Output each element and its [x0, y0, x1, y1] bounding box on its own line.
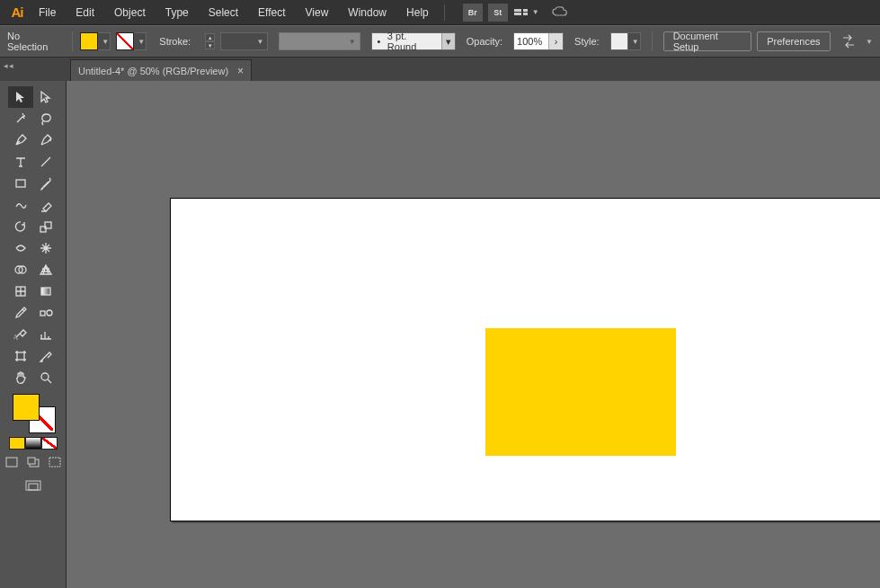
close-tab-icon[interactable]: ×	[237, 65, 244, 77]
free-transform-tool[interactable]	[33, 237, 58, 259]
stroke-weight-stepper[interactable]: ▲▼	[205, 33, 215, 49]
recolor-artwork-icon[interactable]	[840, 31, 858, 51]
svg-point-11	[41, 373, 49, 380]
menu-edit[interactable]: Edit	[66, 0, 104, 25]
color-mode-gradient[interactable]	[25, 437, 41, 450]
eraser-tool[interactable]	[33, 194, 58, 216]
rectangle-shape[interactable]	[485, 328, 676, 456]
document-tab-strip: ◂◂ Untitled-4* @ 50% (RGB/Preview) ×	[0, 58, 880, 81]
perspective-grid-tool[interactable]	[33, 259, 58, 281]
hand-tool[interactable]	[8, 367, 33, 388]
stroke-swatch[interactable]: ▼	[116, 32, 147, 50]
blend-tool[interactable]	[33, 302, 58, 324]
rectangle-tool[interactable]	[8, 173, 33, 194]
preferences-button[interactable]: Preferences	[757, 31, 830, 51]
menu-window[interactable]: Window	[338, 0, 396, 25]
svg-point-9	[47, 310, 52, 316]
artboard[interactable]	[170, 198, 880, 521]
svg-rect-10	[17, 352, 24, 360]
slice-tool[interactable]	[33, 345, 58, 367]
shape-builder-tool[interactable]	[8, 259, 33, 281]
column-graph-tool[interactable]	[33, 324, 58, 345]
menu-effect[interactable]: Effect	[248, 0, 295, 25]
fill-color-swatch[interactable]	[13, 394, 40, 421]
gpu-performance-icon[interactable]	[550, 4, 570, 22]
lasso-tool[interactable]	[33, 108, 58, 129]
color-mode-solid[interactable]	[9, 437, 25, 450]
mesh-tool[interactable]	[8, 281, 33, 302]
app-logo: Ai	[5, 1, 29, 24]
stock-button[interactable]: St	[488, 4, 508, 22]
style-label: Style:	[574, 36, 600, 47]
brush-definition-dropdown[interactable]: • 3 pt. Round ▾	[371, 32, 456, 50]
fill-swatch[interactable]: ▼	[80, 32, 111, 50]
opacity-field[interactable]: ›	[513, 32, 564, 50]
eyedropper-tool[interactable]	[8, 302, 33, 324]
menu-view[interactable]: View	[296, 0, 339, 25]
svg-rect-8	[40, 311, 45, 316]
line-segment-tool[interactable]	[33, 151, 58, 173]
paintbrush-tool[interactable]	[33, 173, 58, 194]
selection-tool[interactable]	[8, 86, 33, 108]
svg-rect-14	[28, 458, 35, 464]
chevron-down-icon[interactable]: ▾	[441, 33, 455, 49]
scale-tool[interactable]	[33, 216, 58, 237]
control-bar: No Selection ▼ ▼ Stroke: ▲▼ ▼ ▼ • 3 pt. …	[0, 25, 880, 58]
type-tool[interactable]	[8, 151, 33, 173]
brush-dot-icon: •	[372, 36, 386, 47]
svg-rect-17	[29, 484, 38, 490]
direct-selection-tool[interactable]	[33, 86, 58, 108]
divider	[444, 4, 455, 21]
svg-rect-7	[41, 288, 50, 295]
menu-help[interactable]: Help	[396, 0, 439, 25]
toolbox	[0, 81, 67, 588]
chevron-down-icon[interactable]: ▼	[866, 38, 873, 46]
gradient-tool[interactable]	[33, 281, 58, 302]
svg-point-3	[44, 247, 47, 250]
shaper-tool[interactable]	[8, 194, 33, 216]
canvas-area[interactable]	[67, 81, 880, 588]
screen-mode-button[interactable]	[23, 478, 43, 494]
chevron-down-icon[interactable]: ▼	[628, 32, 641, 50]
draw-normal-icon[interactable]	[4, 455, 20, 469]
draw-inside-icon[interactable]	[47, 455, 63, 469]
document-setup-button[interactable]: Document Setup	[663, 31, 752, 51]
menu-type[interactable]: Type	[156, 0, 199, 25]
bridge-button[interactable]: Br	[463, 4, 483, 22]
document-tab[interactable]: Untitled-4* @ 50% (RGB/Preview) ×	[70, 59, 252, 81]
color-mode-row	[9, 437, 58, 450]
menu-object[interactable]: Object	[104, 0, 156, 25]
fill-color-icon	[80, 32, 98, 50]
draw-behind-icon[interactable]	[25, 455, 41, 469]
chevron-down-icon[interactable]: ▼	[98, 32, 111, 50]
rotate-tool[interactable]	[8, 216, 33, 237]
pen-tool[interactable]	[8, 129, 33, 151]
stroke-weight-dropdown[interactable]: ▼	[220, 32, 268, 50]
selection-status: No Selection	[7, 31, 59, 52]
collapse-panels-icon[interactable]: ◂◂	[4, 61, 14, 70]
color-mode-none[interactable]	[41, 437, 58, 450]
chevron-down-icon[interactable]: ▼	[134, 32, 147, 50]
stroke-color-icon	[116, 32, 134, 50]
fill-stroke-color-control[interactable]	[11, 394, 56, 433]
chevron-right-icon[interactable]: ›	[548, 33, 563, 49]
variable-width-profile-dropdown[interactable]: ▼	[279, 32, 360, 50]
zoom-tool[interactable]	[33, 367, 58, 388]
main-area	[0, 81, 880, 588]
svg-rect-0	[16, 180, 25, 187]
magic-wand-tool[interactable]	[8, 108, 33, 129]
style-swatch-icon	[610, 32, 628, 50]
symbol-sprayer-tool[interactable]	[8, 324, 33, 345]
curvature-tool[interactable]	[33, 129, 58, 151]
opacity-input[interactable]	[514, 36, 548, 47]
width-tool[interactable]	[8, 237, 33, 259]
menu-file[interactable]: File	[29, 0, 66, 25]
svg-rect-15	[49, 458, 60, 467]
graphic-style-swatch[interactable]: ▼	[610, 32, 641, 50]
menu-bar: Ai File Edit Object Type Select Effect V…	[0, 0, 880, 25]
arrange-documents-button[interactable]: ▼	[514, 8, 539, 16]
artboard-tool[interactable]	[8, 345, 33, 367]
menu-select[interactable]: Select	[199, 0, 248, 25]
brush-label: 3 pt. Round	[386, 31, 441, 52]
stroke-label: Stroke:	[159, 36, 191, 47]
